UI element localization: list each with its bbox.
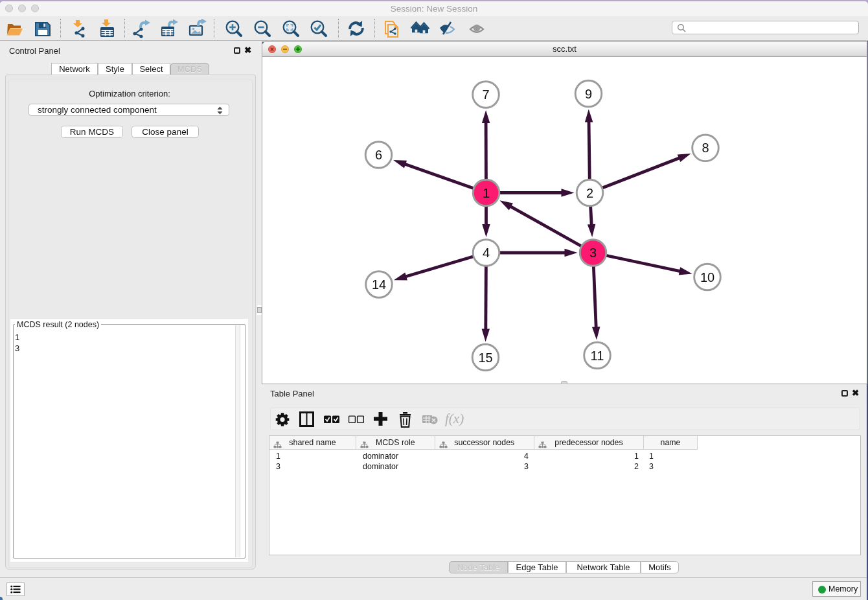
svg-text:3: 3 xyxy=(589,246,597,260)
svg-text:15: 15 xyxy=(478,351,492,365)
svg-text:8: 8 xyxy=(702,141,709,155)
svg-text:4: 4 xyxy=(483,246,490,260)
svg-text:11: 11 xyxy=(591,349,604,363)
svg-text:7: 7 xyxy=(482,87,489,102)
svg-text:14: 14 xyxy=(372,277,386,292)
svg-text:9: 9 xyxy=(585,87,592,101)
svg-text:1: 1 xyxy=(483,186,490,200)
svg-text:10: 10 xyxy=(700,270,714,284)
svg-text:6: 6 xyxy=(375,148,382,162)
svg-text:2: 2 xyxy=(586,186,593,200)
